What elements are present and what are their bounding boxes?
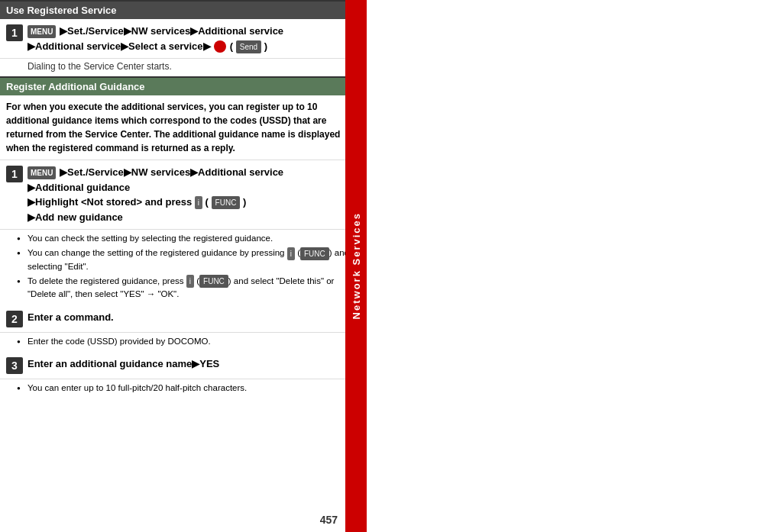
section2-step1-row: 1 MENU ▶Set./Service▶NW services▶Additio… <box>0 160 367 230</box>
bullet-3: To delete the registered guidance, press… <box>28 275 361 301</box>
func-button-2-icon: FUNC <box>300 247 329 260</box>
func-key-3-icon: i <box>186 275 194 288</box>
section2-step1-number: 1 <box>6 166 23 182</box>
step1-bullets: You can check the setting by selecting t… <box>0 230 367 305</box>
func-button-3-icon: FUNC <box>199 275 228 288</box>
step1-row: 1 MENU ▶Set./Service▶NW services▶Additio… <box>0 19 367 59</box>
section2-step3-number: 3 <box>6 357 23 374</box>
bullet-1: You can check the setting by selecting t… <box>28 232 361 245</box>
dialing-note: Dialing to the Service Center starts. <box>0 59 367 76</box>
section2-step2-row: 2 Enter a command. <box>0 305 367 333</box>
func-key-2-icon: i <box>287 247 295 260</box>
section2-intro: For when you execute the additional serv… <box>0 95 367 160</box>
step1-content: MENU ▶Set./Service▶NW services▶Additiona… <box>28 24 361 53</box>
circle-button-icon <box>214 40 226 53</box>
step3-bullet: You can enter up to 10 full-pitch/20 hal… <box>28 382 361 395</box>
section2-step3-row: 3 Enter an additional guidance name▶YES <box>0 352 367 379</box>
bullet-2: You can change the setting of the regist… <box>28 247 361 273</box>
section2-header: Register Additional Guidance <box>0 76 367 95</box>
step3-note: You can enter up to 10 full-pitch/20 hal… <box>0 379 367 398</box>
page-number: 457 <box>320 514 338 526</box>
section1-header: Use Registered Service <box>0 0 367 19</box>
section2-step2-content: Enter a command. <box>28 310 361 325</box>
menu-button-2-icon: MENU <box>28 166 56 179</box>
section2-step2-number: 2 <box>6 311 23 327</box>
right-label-bar: Network Services <box>345 0 367 532</box>
right-label-text: Network Services <box>351 212 362 319</box>
section2-step3-content: Enter an additional guidance name▶YES <box>28 356 361 372</box>
send-button-icon: Send <box>236 40 261 53</box>
step2-bullet: Enter the code (USSD) provided by DOCOMO… <box>28 335 361 348</box>
menu-button-icon: MENU <box>28 25 56 38</box>
func-key-icon: i <box>195 196 202 209</box>
step1-number: 1 <box>6 24 23 41</box>
func-button-icon: FUNC <box>212 196 241 209</box>
step2-note: Enter the code (USSD) provided by DOCOMO… <box>0 333 367 352</box>
section2-step1-content: MENU ▶Set./Service▶NW services▶Additiona… <box>28 165 361 224</box>
